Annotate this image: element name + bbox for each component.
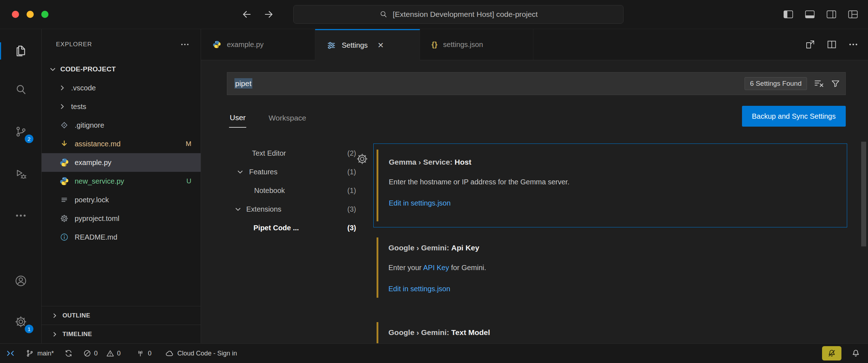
scope-user-tab[interactable]: User [229,110,246,128]
tree-item-new-service-py[interactable]: new_service.py U [42,172,201,190]
toggle-panel-icon[interactable] [805,10,815,19]
git-untracked-badge: U [186,177,191,185]
chevron-right-icon [58,84,66,92]
tab-settings-json[interactable]: {} settings.json [420,29,533,60]
tab-label: Settings [342,41,368,50]
remote-indicator[interactable] [6,349,15,358]
toc-text-editor[interactable]: Text Editor (2) [232,144,356,162]
sync-changes-icon[interactable] [65,349,73,357]
tree-item-assistance-md[interactable]: assistance.md M [42,135,201,153]
open-changes-icon[interactable] [805,39,816,50]
close-tab-icon[interactable]: × [378,40,383,50]
toc-features[interactable]: Features (1) [232,162,356,181]
cloud-code-signin[interactable]: Cloud Code - Sign in [165,349,237,358]
git-branch-indicator[interactable]: main* [26,349,54,357]
toml-gear-icon [60,214,69,223]
tree-item-poetry-lock[interactable]: poetry.lock [42,190,201,209]
toc-pipet-code[interactable]: Pipet Code ... (3) [232,218,356,237]
files-icon [14,44,27,57]
tree-root-code-project[interactable]: CODE-PROJECT [42,60,201,79]
search-icon [14,83,27,96]
more-actions-icon[interactable] [848,39,859,50]
notifications-bell-icon[interactable] [851,349,860,358]
titlebar: [Extension Development Host] code-projec… [0,0,868,29]
tab-example-py[interactable]: example.py [201,29,315,60]
customize-layout-icon[interactable] [848,10,858,19]
do-not-disturb-chip[interactable] [822,346,841,360]
search-icon [379,10,388,19]
settings-list: Gemma › Service: Host Enter the hostname… [373,143,847,343]
setting-gemma-service-host[interactable]: Gemma › Service: Host Enter the hostname… [373,143,847,227]
problems-indicator[interactable]: 0 0 [83,349,121,357]
tree-item-vscode[interactable]: .vscode [42,79,201,97]
activity-source-control[interactable]: 2 [0,116,41,147]
toggle-secondary-sidebar-icon[interactable] [826,10,836,19]
tree-item-example-py[interactable]: example.py [42,153,201,172]
explorer-more-actions-icon[interactable] [180,39,190,50]
backup-sync-settings-button[interactable]: Backup and Sync Settings [742,106,846,127]
python-file-icon [60,158,69,167]
toc-extensions[interactable]: Extensions (3) [232,200,356,218]
branch-icon [26,349,34,357]
activity-run-debug[interactable] [0,159,41,190]
setting-description: Enter the hostname or IP address for the… [389,177,836,187]
timeline-section-header[interactable]: TIMELINE [42,325,201,343]
cloud-icon [165,349,174,358]
toggle-primary-sidebar-icon[interactable] [783,10,793,19]
tree-item-tests[interactable]: tests [42,97,201,116]
settings-editor: pipet 6 Settings Found User Workspace Ba… [201,60,868,343]
zoom-window-button[interactable] [41,11,48,18]
minimize-window-button[interactable] [27,11,34,18]
split-editor-icon[interactable] [826,39,837,50]
scope-workspace-tab[interactable]: Workspace [268,110,307,127]
history-nav [241,0,274,29]
chevron-right-icon [51,331,58,338]
activity-more-views[interactable] [0,200,41,231]
close-window-button[interactable] [12,11,19,18]
setting-gemini-api-key[interactable]: Google › Gemini: Api Key Enter your API … [373,232,847,303]
activity-accounts[interactable] [0,265,41,297]
tree-item-readme-md[interactable]: README.md [42,228,201,246]
api-key-link[interactable]: API Key [423,264,449,272]
outline-section-header[interactable]: OUTLINE [42,306,201,325]
explorer-sidebar: EXPLORER CODE-PROJECT .vscode tests .git… [42,29,201,343]
markdown-file-icon [60,139,69,148]
account-icon [14,274,27,287]
edit-in-settings-json-link[interactable]: Edit in settings.json [388,285,450,293]
scrollbar-thumb[interactable] [861,142,866,246]
settings-toc: Text Editor (2) Features (1) Notebook (1… [232,144,356,237]
ports-count: 0 [148,350,151,357]
chevron-right-icon [51,312,58,319]
forward-icon[interactable] [263,9,274,20]
tree-item-gitignore[interactable]: .gitignore [42,116,201,135]
setting-title: Google › Gemini: Api Key [388,242,836,253]
macos-window-controls [12,11,48,18]
tree-item-pyproject-toml[interactable]: pyproject.toml [42,209,201,228]
settings-found-badge: 6 Settings Found [745,77,807,90]
setting-gemini-text-model[interactable]: Google › Gemini: Text Model [373,316,847,343]
tab-settings[interactable]: Settings × [315,29,420,60]
activity-explorer[interactable] [0,35,41,67]
explorer-header: EXPLORER [42,29,201,60]
setting-actions-gear-icon[interactable] [356,153,368,165]
branch-name: main* [37,350,54,357]
chevron-right-icon [58,103,66,110]
settings-sliders-icon [327,41,336,50]
activity-settings[interactable]: 1 [0,306,41,338]
filter-icon[interactable] [831,79,840,89]
ports-indicator[interactable]: 0 [136,349,151,357]
ellipsis-icon [14,209,27,222]
run-debug-icon [14,168,27,181]
chevron-down-icon [236,168,244,176]
edit-in-settings-json-link[interactable]: Edit in settings.json [389,199,451,207]
workbench: 2 1 EXPLORER [0,29,868,343]
command-center[interactable]: [Extension Development Host] code-projec… [293,5,624,24]
git-modified-badge: M [186,140,191,148]
activity-search[interactable] [0,74,41,105]
clear-search-filters-icon[interactable] [813,78,824,89]
settings-search-input[interactable]: pipet 6 Settings Found [227,72,846,95]
file-tree: CODE-PROJECT .vscode tests .gitignore as… [42,60,201,246]
editor-area: example.py Settings × {} settings.json [201,29,868,343]
toc-notebook[interactable]: Notebook (1) [232,181,356,200]
back-icon[interactable] [241,9,252,20]
